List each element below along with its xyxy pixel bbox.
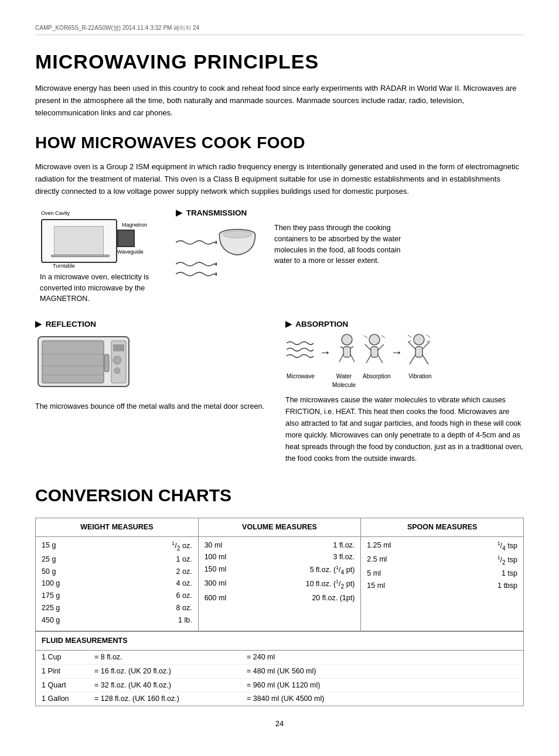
weight-row-0: 15 g1/2 oz. [42, 539, 192, 553]
weight-body: 15 g1/2 oz. 25 g1 oz. 50 g2 oz. 100 g4 o… [36, 537, 198, 631]
fluid-item-0-oz: = 8 fl.oz. [94, 652, 247, 663]
svg-line-33 [408, 341, 411, 342]
fluid-header: FLUID MEASUREMENTS [36, 632, 523, 651]
volume-row-0: 30 ml1 fl.oz. [204, 539, 355, 552]
svg-line-28 [366, 355, 371, 363]
oven-inner [54, 226, 104, 255]
svg-line-27 [378, 344, 384, 350]
fluid-item-1-oz: = 16 fl.oz. (UK 20 fl.oz.) [94, 666, 247, 677]
charts-wrapper: WEIGHT MEASURES 15 g1/2 oz. 25 g1 oz. 50… [35, 518, 524, 706]
absorption-arrow: → [319, 343, 331, 361]
volume-row-2: 150 ml5 fl.oz. (1/4 pt) [204, 563, 355, 577]
reflection-text: The microwaves bounce off the metal wall… [35, 401, 274, 412]
svg-point-30 [414, 334, 424, 345]
fluid-item-0-name: 1 Cup [42, 652, 94, 663]
fluid-item-1-ml: = 480 ml (UK 560 ml) [247, 666, 517, 677]
fluid-row-0: 1 Cup = 8 fl.oz. = 240 ml [36, 651, 523, 665]
wave-row-2 [176, 260, 258, 268]
water-molecule-2 [363, 334, 386, 370]
fluid-item-3-name: 1 Gallon [42, 693, 94, 704]
svg-point-21 [369, 334, 380, 345]
volume-header: VOLUME MEASURES [199, 518, 361, 537]
vibration-figure [407, 334, 431, 370]
reflection-heading: REFLECTION [35, 319, 274, 330]
microwave-wave-group [285, 340, 315, 364]
fluid-item-2-ml: = 960 ml (UK 1120 ml) [247, 680, 517, 691]
transmission-container: Then they pass through the cooking conta… [176, 223, 524, 280]
spoon-section: SPOON MEASURES 1.25 ml1/4 tsp 2.5 ml1/2 … [361, 518, 523, 631]
wave-svg-3 [176, 270, 217, 278]
oven-cavity-label: Oven Cavity [41, 210, 70, 218]
svg-line-20 [350, 354, 355, 362]
svg-rect-35 [415, 347, 422, 357]
reflection-oven-svg [35, 334, 135, 392]
reflection-col: REFLECTION The microwaves b [35, 319, 274, 464]
turntable-label: Turntable [53, 262, 75, 271]
label-microwave: Microwave [285, 372, 316, 389]
svg-line-29 [378, 355, 383, 363]
spoon-row-0: 1.25 ml1/4 tsp [367, 539, 517, 553]
svg-marker-3 [216, 262, 217, 266]
page-number: 24 [35, 718, 524, 730]
conversion-title: CONVERSION CHARTS [35, 482, 524, 508]
trans-diagram [176, 226, 258, 280]
svg-rect-25 [371, 347, 378, 357]
volume-row-1: 100 ml3 fl.oz. [204, 551, 355, 563]
oven-diagram-container: Oven Cavity Magnetron Waveguide Turntabl… [35, 207, 164, 305]
waveguide-label: Waveguide [117, 248, 144, 256]
volume-body: 30 ml1 fl.oz. 100 ml3 fl.oz. 150 ml5 fl.… [199, 537, 361, 609]
reflection-diagram [35, 334, 274, 396]
svg-rect-6 [42, 341, 104, 383]
fluid-body: 1 Cup = 8 fl.oz. = 240 ml 1 Pint = 16 fl… [36, 651, 523, 706]
weight-row-6: 450 g1 lb. [42, 614, 192, 627]
svg-line-32 [427, 335, 430, 337]
how-intro: Microwave oven is a Group 2 ISM equipmen… [35, 161, 524, 197]
reflection-absorption-row: REFLECTION The microwaves b [35, 319, 524, 464]
absorption-wave-svg [285, 340, 315, 360]
oven-text: In a microwave oven, electricity is conv… [40, 272, 164, 305]
fluid-item-2-name: 1 Quart [42, 680, 94, 691]
fluid-item-1-name: 1 Pint [42, 666, 94, 677]
absorption-body: The microwaves cause the water molecules… [285, 394, 524, 464]
svg-line-34 [427, 341, 430, 342]
fluid-item-3-oz: = 128 fl.oz. (UK 160 fl.oz.) [94, 693, 247, 704]
svg-line-23 [381, 336, 385, 338]
weight-row-2: 50 g2 oz. [42, 566, 192, 578]
waveguide-box [117, 230, 135, 247]
spoon-row-1: 2.5 ml1/2 tsp [367, 553, 517, 567]
fluid-row-3: 1 Gallon = 128 fl.oz. (UK 160 fl.oz.) = … [36, 692, 523, 706]
svg-point-2 [223, 231, 252, 238]
svg-line-31 [408, 335, 411, 337]
volume-row-3: 300 ml10 fl.oz. (1/2 pt) [204, 577, 355, 591]
weight-row-4: 175 g6 oz. [42, 590, 192, 602]
svg-line-22 [364, 336, 367, 338]
wave-row-3 [176, 270, 258, 278]
oven-diagram: Oven Cavity Magnetron Waveguide Turntabl… [35, 207, 158, 272]
header-text: CAMP_KOR65S_R-22AS0W(영) 2014.11.4 3:32 P… [35, 25, 199, 31]
volume-section: VOLUME MEASURES 30 ml1 fl.oz. 100 ml3 fl… [199, 518, 362, 631]
transmission-text: Then they pass through the cooking conta… [274, 223, 403, 266]
svg-point-14 [114, 368, 120, 374]
fluid-item-0-ml: = 240 ml [247, 652, 517, 663]
transmission-heading: TRANSMISSION [176, 207, 524, 219]
oven-box [41, 219, 117, 263]
svg-rect-18 [343, 347, 350, 357]
spoon-body: 1.25 ml1/4 tsp 2.5 ml1/2 tsp 5 ml1 tsp 1… [361, 537, 523, 597]
fluid-item-3-ml: = 3840 ml (UK 4500 ml) [247, 693, 517, 704]
fluid-section: FLUID MEASUREMENTS 1 Cup = 8 fl.oz. = 24… [36, 631, 523, 706]
label-water-molecule: Water Molecule [329, 372, 359, 389]
magnetron-label: Magnetron [122, 221, 147, 230]
svg-line-19 [339, 354, 343, 362]
intro-text: Microwave energy has been used in this c… [35, 83, 524, 119]
svg-point-15 [342, 334, 352, 345]
spoon-header: SPOON MEASURES [361, 518, 523, 537]
volume-row-4: 600 ml20 fl.oz. (1pt) [204, 592, 355, 604]
page-header: CAMP_KOR65S_R-22AS0W(영) 2014.11.4 3:32 P… [35, 23, 524, 35]
label-vibration: Vibration [405, 372, 435, 389]
spoon-row-3: 15 ml1 tbsp [367, 580, 517, 592]
charts-top-row: WEIGHT MEASURES 15 g1/2 oz. 25 g1 oz. 50… [36, 518, 523, 632]
bowl-svg [217, 226, 258, 258]
water-molecule-1 [336, 334, 358, 370]
diagrams-row: Oven Cavity Magnetron Waveguide Turntabl… [35, 207, 524, 305]
svg-line-26 [365, 344, 371, 350]
